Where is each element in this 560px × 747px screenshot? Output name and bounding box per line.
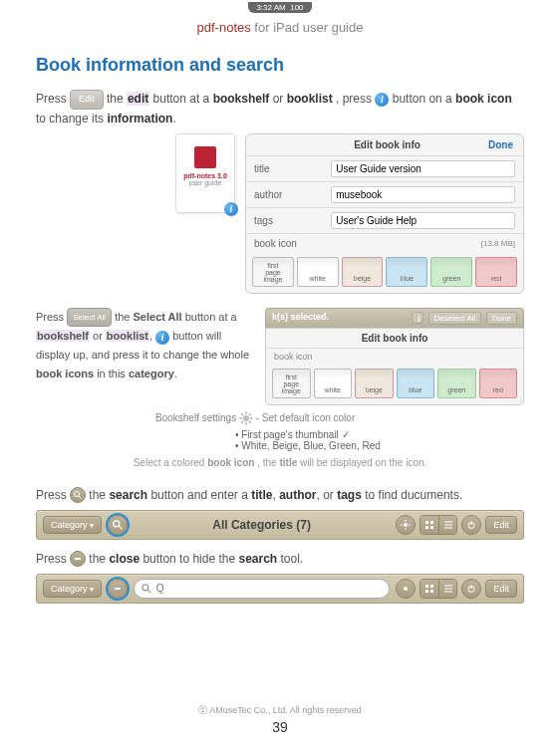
edit-chip[interactable]: Edit (70, 90, 104, 110)
info-icon[interactable]: i (155, 331, 169, 345)
svg-rect-21 (430, 526, 433, 529)
swatch-red[interactable]: red (475, 257, 517, 287)
svg-line-6 (249, 420, 251, 422)
search-icon[interactable] (70, 487, 86, 503)
svg-line-10 (79, 496, 82, 499)
grid-view-icon[interactable] (420, 580, 438, 598)
swatch-first-page[interactable]: first page image (252, 257, 294, 287)
info-icon[interactable]: i (412, 312, 423, 324)
page-footer: ⓒ AMuseTec Co., Ltd. All rights reserved… (0, 704, 560, 735)
svg-point-9 (75, 492, 80, 497)
row-label: title (246, 155, 323, 181)
row-label: book icon (246, 233, 323, 253)
close-search-button[interactable] (108, 579, 128, 599)
edit-button[interactable]: Edit (485, 516, 517, 534)
grid-view-icon[interactable] (420, 516, 438, 534)
swatch-green[interactable]: green (437, 369, 476, 398)
toolbar-title: All Categories (7) (134, 518, 391, 532)
info-icon[interactable]: i (224, 202, 238, 216)
status-pill: 3:32 AM 100 (248, 2, 311, 13)
search-input-wrap[interactable] (134, 579, 391, 599)
thumb-line2: user guide (176, 179, 234, 186)
svg-rect-18 (425, 521, 428, 524)
instruction-2: Press Select All the Select All button a… (36, 308, 255, 383)
edit-info-illustration: pdf-notes 3.0 user guide i Edit book inf… (36, 133, 524, 294)
multi-edit-illustration: k(s) selected. i Deselect All Done Edit … (265, 308, 524, 405)
tags-input[interactable] (331, 212, 515, 229)
info-icon[interactable]: i (375, 93, 389, 107)
row-label: book icon (266, 349, 523, 365)
instruction-4: Press the close button to hide the searc… (36, 550, 524, 568)
selected-text: k(s) selected. (272, 312, 329, 322)
category-button[interactable]: Category (43, 516, 102, 534)
thumb-line1: pdf-notes 3.0 (176, 172, 234, 179)
edit-book-info-panel: Edit book info Done title author tags bo… (245, 133, 524, 294)
svg-rect-35 (430, 590, 433, 593)
instruction-1: Press Edit the edit button at a bookshel… (36, 90, 524, 127)
swatch-blue[interactable]: blue (386, 257, 427, 287)
svg-point-31 (404, 587, 408, 591)
edit-button[interactable]: Edit (485, 580, 517, 598)
list-view-icon[interactable] (438, 580, 456, 598)
instruction-3: Press the search button and enter a titl… (36, 486, 524, 504)
done-button[interactable]: Done (486, 312, 517, 325)
swatch-green[interactable]: green (430, 257, 472, 287)
author-input[interactable] (331, 186, 515, 203)
status-battery: 100 (290, 3, 303, 12)
svg-line-5 (241, 413, 243, 415)
done-button[interactable]: Done (488, 139, 513, 150)
title-input[interactable] (331, 160, 515, 177)
svg-point-13 (404, 523, 408, 527)
gear-button[interactable] (396, 579, 416, 599)
panel-title: Edit book info (354, 139, 420, 150)
svg-line-30 (147, 590, 150, 593)
svg-line-8 (249, 413, 251, 415)
view-toggle[interactable] (420, 515, 457, 535)
gear-icon (239, 411, 253, 425)
row-label: tags (246, 207, 323, 233)
book-icon-swatches: first page image white beige blue green … (246, 253, 523, 293)
svg-line-12 (119, 526, 122, 529)
close-icon[interactable] (70, 551, 86, 567)
filesize: [13.8 MB] (323, 233, 523, 253)
header-suffix: for iPad user guide (254, 20, 363, 35)
swatch-beige[interactable]: beige (342, 257, 384, 287)
gear-button[interactable] (396, 515, 416, 535)
category-button[interactable]: Category (43, 580, 102, 598)
svg-point-0 (243, 415, 249, 421)
page-number: 39 (0, 719, 560, 735)
swatch-red[interactable]: red (479, 369, 518, 398)
settings-note: Bookshelf settings - Set default icon co… (155, 411, 524, 425)
svg-rect-20 (425, 526, 428, 529)
power-button[interactable] (461, 579, 481, 599)
swatch-blue[interactable]: blue (397, 369, 435, 398)
settings-hint: Select a colored book icon , the title w… (36, 457, 524, 468)
svg-point-11 (114, 520, 120, 526)
settings-bullet-1: • First page's thumbnail ✓ (235, 429, 524, 440)
search-button[interactable] (108, 515, 128, 535)
status-bar: 3:32 AM 100 (0, 0, 560, 14)
deselect-all-button[interactable]: Deselect All (428, 312, 482, 325)
search-icon (140, 583, 152, 595)
swatch-white[interactable]: white (297, 257, 339, 287)
swatch-white[interactable]: white (314, 369, 353, 398)
brand: pdf-notes (197, 20, 251, 35)
row-label: author (246, 181, 323, 207)
book-thumbnail: pdf-notes 3.0 user guide i (175, 133, 235, 213)
search-toolbar-closed: Category All Categories (7) Edit (36, 510, 524, 540)
swatch-beige[interactable]: beige (355, 369, 394, 398)
svg-point-29 (142, 584, 148, 590)
status-time: 3:32 AM (256, 3, 285, 12)
settings-bullet-2: • White, Beige, Blue, Green, Red (235, 440, 524, 451)
copyright: ⓒ AMuseTec Co., Ltd. All rights reserved (0, 704, 560, 717)
svg-rect-34 (425, 590, 428, 593)
select-all-section: Press Select All the Select All button a… (36, 308, 524, 405)
view-toggle[interactable] (420, 579, 457, 599)
svg-rect-32 (425, 585, 428, 588)
swatch-first-page[interactable]: first page image (272, 369, 311, 398)
book-cover-icon (194, 146, 216, 168)
select-all-chip[interactable]: Select All (67, 308, 112, 328)
power-button[interactable] (461, 515, 481, 535)
list-view-icon[interactable] (438, 516, 456, 534)
search-input[interactable] (156, 583, 384, 594)
